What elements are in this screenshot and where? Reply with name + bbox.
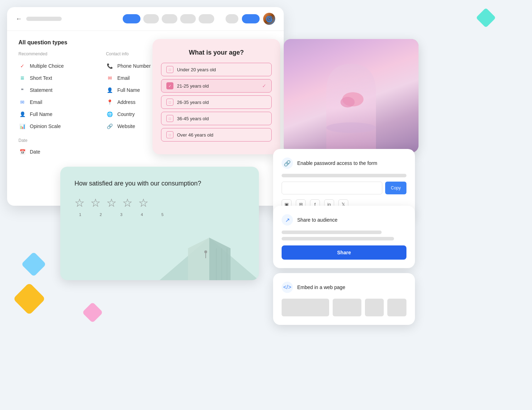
nav-pill-4[interactable] (180, 14, 196, 23)
svg-marker-5 (188, 238, 209, 280)
q-fullname-rec[interactable]: 👤 Full Name (18, 108, 98, 120)
embed-card-title: Embed in a web page (297, 284, 345, 290)
age-option-over46[interactable]: □ Over 46 years old (161, 128, 272, 142)
recommended-header: Recommended (18, 51, 98, 56)
star-2[interactable]: ☆ (90, 196, 101, 210)
star-4[interactable]: ☆ (122, 196, 133, 210)
share-card: ↗ Share to audience Share (273, 206, 415, 268)
q-multiple-choice[interactable]: ✓ Multiple Choice (18, 60, 98, 72)
star-num-2: 2 (95, 212, 106, 217)
opinion-scale-rec-icon: 📊 (18, 122, 26, 130)
star-num-1: 1 (74, 212, 86, 217)
statement-icon: ❝ (18, 86, 26, 94)
fullname-rec-label: Full Name (30, 111, 52, 117)
age-option-36-45[interactable]: □ 36-45 years old (161, 112, 272, 125)
star-3[interactable]: ☆ (106, 196, 117, 210)
nav-pill-3[interactable] (162, 14, 177, 23)
address-label: Address (117, 99, 135, 105)
svg-point-2 (340, 97, 355, 107)
date-icon: 📅 (18, 148, 26, 156)
star-5[interactable]: ☆ (138, 196, 149, 210)
age-card-title: What is your age? (161, 49, 272, 56)
q-short-text[interactable]: ≡ Short Text (18, 72, 98, 84)
fullname-contact-icon: 👤 (106, 86, 114, 94)
age-option-21-25[interactable]: ✓ 21-25 years old ✓ (161, 79, 272, 93)
arch-svg (316, 57, 387, 153)
star-num-4: 4 (136, 212, 148, 217)
decoration-pink-diamond (82, 302, 103, 323)
copy-row: Copy (282, 182, 406, 194)
multiple-choice-label: Multiple Choice (30, 63, 64, 69)
embed-card: </> Embed in a web page (273, 273, 415, 325)
copy-input[interactable] (282, 182, 382, 194)
nav-pills (123, 14, 214, 23)
age-option-36-45-icon: □ (166, 115, 173, 122)
user-avatar[interactable]: 🌀 (263, 13, 275, 25)
satisfaction-content: How satisfied are you with our consumpti… (60, 167, 259, 224)
address-icon: 📍 (106, 98, 114, 106)
fullname-rec-icon: 👤 (18, 110, 26, 118)
date-label: Date (30, 149, 40, 155)
star-1[interactable]: ☆ (74, 196, 85, 210)
email-contact-label: Email (117, 75, 130, 81)
age-option-under20-text: Under 20 years old (177, 67, 266, 72)
age-option-36-45-text: 36-45 years old (177, 116, 266, 121)
building-illustration (160, 216, 259, 280)
star-numbers: 1 2 3 4 5 (74, 212, 245, 217)
email-contact-icon: ✉ (106, 74, 114, 82)
star-num-3: 3 (116, 212, 127, 217)
phone-icon: 📞 (106, 62, 114, 70)
fullname-contact-label: Full Name (117, 87, 140, 93)
title-placeholder (26, 17, 62, 21)
age-option-over46-icon: □ (166, 131, 173, 138)
share-card-header: ↗ Share to audience (282, 214, 406, 226)
country-icon: 🌐 (106, 110, 114, 118)
age-option-21-25-check: ✓ (262, 83, 266, 89)
q-email-rec[interactable]: ✉ Email (18, 96, 98, 108)
email-rec-icon: ✉ (18, 98, 26, 106)
age-question-card: What is your age? □ Under 20 years old ✓… (153, 39, 280, 154)
password-card-header: 🔗 Enable password access to the form (282, 157, 406, 169)
password-icon: 🔗 (282, 157, 293, 169)
website-label: Website (117, 123, 135, 129)
embed-thumb-1[interactable] (282, 299, 329, 316)
embed-thumbnails (282, 299, 406, 316)
q-statement[interactable]: ❝ Statement (18, 84, 98, 96)
statement-label: Statement (30, 87, 52, 93)
password-card-title: Enable password access to the form (297, 160, 377, 166)
arch-image-card (284, 39, 419, 153)
embed-thumb-4[interactable] (387, 299, 406, 316)
decoration-blue-diamond (21, 252, 46, 277)
publish-button[interactable] (242, 14, 260, 23)
satisfaction-card: How satisfied are you with our consumpti… (60, 167, 259, 280)
share-bars (282, 231, 406, 240)
embed-thumb-3[interactable] (365, 299, 384, 316)
embed-thumb-2[interactable] (333, 299, 361, 316)
opinion-scale-rec-label: Opinion Scale (30, 123, 61, 129)
age-option-under20[interactable]: □ Under 20 years old (161, 63, 272, 76)
date-section: Date 📅 Date (18, 138, 98, 158)
age-option-26-35-text: 26-35 years old (177, 100, 266, 105)
share-button[interactable]: Share (282, 245, 406, 260)
back-button[interactable]: ← (16, 15, 22, 23)
nav-pill-2[interactable] (143, 14, 159, 23)
q-opinion-scale-rec[interactable]: 📊 Opinion Scale (18, 120, 98, 132)
age-option-over46-text: Over 46 years old (177, 132, 266, 138)
star-num-5: 5 (157, 212, 168, 217)
share-card-title: Share to audience (297, 217, 338, 223)
short-text-label: Short Text (30, 75, 52, 81)
copy-button[interactable]: Copy (385, 182, 406, 194)
svg-point-0 (326, 122, 376, 133)
nav-pill-5[interactable] (199, 14, 214, 23)
age-option-26-35[interactable]: □ 26-35 years old (161, 95, 272, 109)
header-actions: 🌀 (226, 13, 275, 25)
link-bar (282, 174, 406, 177)
age-option-21-25-text: 21-25 years old (177, 83, 259, 89)
svg-marker-4 (209, 238, 231, 280)
preview-button[interactable] (226, 14, 238, 23)
nav-pill-1[interactable] (123, 14, 140, 23)
share-bar-1 (282, 231, 382, 234)
q-date[interactable]: 📅 Date (18, 146, 98, 158)
satisfaction-title: How satisfied are you with our consumpti… (74, 179, 245, 188)
phone-label: Phone Number (117, 63, 151, 69)
